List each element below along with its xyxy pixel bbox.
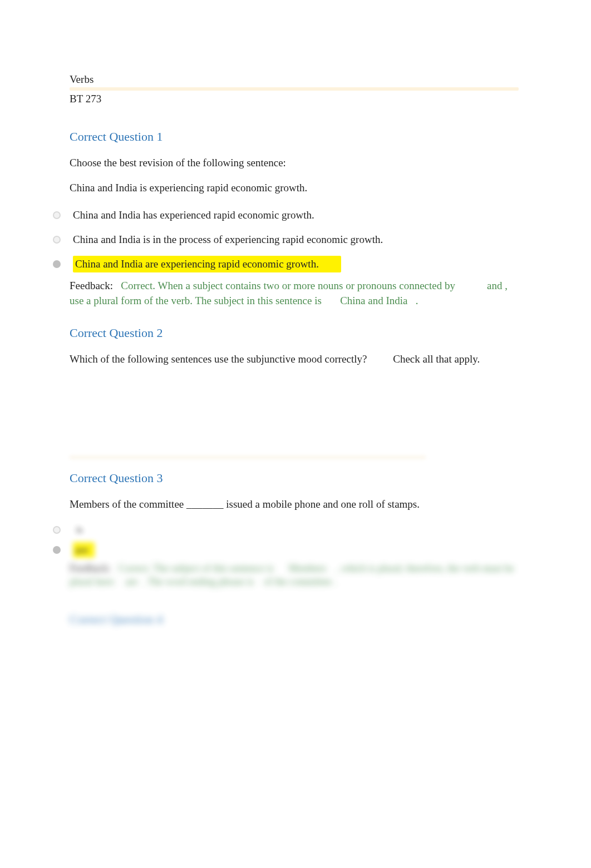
q1-option-a[interactable]: China and India has experienced rapid ec… (70, 205, 519, 225)
q1-feedback: Feedback: Correct. When a subject contai… (70, 279, 519, 308)
feedback-subj: Members (289, 563, 327, 574)
q3-option-b[interactable]: are (70, 542, 519, 558)
question-3-title: Correct Question 3 (70, 470, 519, 487)
q3-option-b-text: are (73, 542, 95, 558)
divider-underline (70, 456, 426, 459)
q1-option-b[interactable]: China and India is in the process of exp… (70, 230, 519, 250)
q3-feedback: Feedback: Correct. The subject of this s… (70, 562, 519, 589)
q2-prompt-text: Which of the following sentences use the… (70, 353, 367, 365)
feedback-subject: China and India (340, 295, 407, 306)
feedback-period2: . (334, 576, 337, 587)
q2-check-all: Check all that apply. (393, 353, 480, 365)
radio-icon (53, 211, 61, 219)
feedback-text-3: . The word ending phrase is (142, 576, 254, 587)
header-underline (70, 87, 519, 91)
question-1-stem: Choose the best revision of the followin… (70, 156, 519, 171)
feedback-and: and (487, 280, 502, 291)
radio-icon (53, 236, 61, 244)
feedback-phrase: of the committee (264, 576, 332, 587)
question-1-sentence: China and India is experiencing rapid ec… (70, 181, 519, 196)
q1-option-a-text: China and India has experienced rapid ec… (73, 208, 314, 223)
header-course: BT 273 (70, 92, 519, 107)
q1-option-c-text: China and India are experiencing rapid e… (73, 256, 341, 273)
feedback-are: are (125, 576, 137, 587)
feedback-period: . (416, 295, 418, 306)
q3-option-a-text: is (76, 523, 82, 537)
question-2-title: Correct Question 2 (70, 325, 519, 342)
feedback-label: Feedback: (70, 563, 111, 574)
question-3-prompt: Members of the committee _______ issued … (70, 497, 519, 512)
question-2-prompt: Which of the following sentences use the… (70, 352, 519, 367)
question-1-title: Correct Question 1 (70, 128, 519, 146)
question-4-title: Correct Question 4 (70, 611, 519, 628)
header-subject: Verbs (70, 72, 519, 87)
q1-option-c[interactable]: China and India are experiencing rapid e… (70, 254, 519, 274)
q1-option-b-text: China and India is in the process of exp… (73, 232, 383, 247)
feedback-text-1: Correct. The subject of this sentence is (118, 563, 273, 574)
radio-icon-selected (53, 546, 61, 554)
radio-icon-selected (53, 260, 61, 268)
feedback-label: Feedback: (70, 280, 113, 291)
feedback-text-1: Correct. When a subject contains two or … (121, 280, 455, 291)
q3-option-a[interactable]: is (70, 522, 519, 538)
radio-icon (53, 526, 61, 534)
